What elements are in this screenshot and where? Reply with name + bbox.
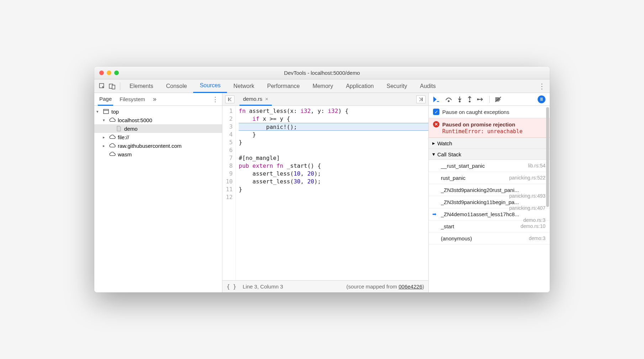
tab-memory[interactable]: Memory bbox=[306, 79, 339, 93]
code-line[interactable]: } bbox=[239, 131, 428, 139]
disclosure-icon: ▾ bbox=[103, 118, 107, 123]
checkbox-checked-icon: ✓ bbox=[433, 109, 439, 115]
panel-body: Page Filesystem » ⋮ ▾top▾localhost:5000d… bbox=[94, 93, 550, 292]
maximize-window-button[interactable] bbox=[114, 71, 119, 75]
pause-reason-message: RuntimeError: unreachable bbox=[442, 128, 545, 135]
debugger-toolbar: II bbox=[429, 93, 550, 106]
navigator-tab-page[interactable]: Page bbox=[98, 93, 113, 106]
tree-item-label: wasm bbox=[118, 151, 132, 157]
deactivate-breakpoints-icon[interactable] bbox=[495, 96, 502, 103]
code-line[interactable]: } bbox=[239, 186, 428, 193]
navigator-tab-filesystem[interactable]: Filesystem bbox=[118, 93, 147, 106]
source-map-info: (source mapped from 006e4226) bbox=[347, 283, 424, 290]
disclosure-icon: ▸ bbox=[103, 144, 107, 148]
source-map-link[interactable]: 006e4226 bbox=[398, 283, 422, 290]
navigator-menu-icon[interactable]: ⋮ bbox=[212, 95, 218, 103]
code-line[interactable]: fn assert_less(x: i32, y: i32) { bbox=[239, 107, 428, 115]
line-gutter: 123456789101112 bbox=[222, 106, 236, 280]
code-line[interactable] bbox=[239, 193, 428, 201]
nav-forward-button[interactable] bbox=[416, 95, 426, 103]
inspect-element-icon[interactable] bbox=[97, 81, 107, 91]
tree-item[interactable]: wasm bbox=[94, 150, 222, 158]
file-tree[interactable]: ▾top▾localhost:5000demo▸file://▸raw.gith… bbox=[94, 106, 222, 292]
separator bbox=[120, 82, 120, 90]
tree-item-label: demo bbox=[124, 126, 138, 132]
window-controls bbox=[94, 71, 119, 75]
tab-audits[interactable]: Audits bbox=[413, 79, 442, 93]
stack-frame[interactable]: lib.rs:54__rust_start_panic bbox=[429, 160, 550, 172]
disclosure-icon: ▾ bbox=[96, 109, 101, 114]
close-tab-icon[interactable]: × bbox=[265, 96, 268, 102]
tab-sources[interactable]: Sources bbox=[193, 79, 227, 93]
stack-frame[interactable]: _ZN4demo11assert_less17hc8...demo.rs:3 bbox=[429, 208, 550, 220]
stack-frame[interactable]: _ZN3std9panicking11begin_pa...panicking.… bbox=[429, 196, 550, 208]
cloud-icon bbox=[109, 151, 116, 157]
tab-console[interactable]: Console bbox=[160, 79, 194, 93]
step-over-icon[interactable] bbox=[445, 97, 452, 102]
callstack-section-header[interactable]: ▾ Call Stack bbox=[429, 149, 550, 160]
nav-back-button[interactable] bbox=[225, 95, 234, 103]
tab-elements[interactable]: Elements bbox=[123, 79, 160, 93]
file-tab[interactable]: demo.rs × bbox=[239, 93, 272, 106]
stack-frame[interactable]: panicking.rs:522rust_panic bbox=[429, 172, 550, 184]
navigator-more-icon[interactable]: » bbox=[153, 95, 157, 103]
svg-rect-3 bbox=[104, 109, 109, 114]
separator bbox=[489, 96, 490, 103]
tree-item-label: raw.githubusercontent.com bbox=[118, 143, 181, 149]
stack-frame[interactable]: demo:3(anonymous) bbox=[429, 233, 550, 245]
panel-tabs: ElementsConsoleSourcesNetworkPerformance… bbox=[123, 79, 537, 93]
format-icon[interactable]: { } bbox=[227, 283, 236, 290]
step-into-icon[interactable] bbox=[457, 96, 462, 103]
tree-item[interactable]: ▾top bbox=[94, 107, 222, 116]
stack-frame[interactable]: demo.rs:10_start bbox=[429, 220, 550, 233]
error-icon: ✕ bbox=[433, 121, 439, 128]
scrollbar-thumb[interactable] bbox=[546, 107, 549, 207]
pause-on-caught-checkbox[interactable]: ✓ Pause on caught exceptions bbox=[433, 109, 545, 115]
tree-item[interactable]: demo bbox=[94, 124, 222, 133]
titlebar: DevTools - localhost:5000/demo bbox=[94, 67, 550, 79]
minimize-window-button[interactable] bbox=[107, 71, 111, 75]
tab-application[interactable]: Application bbox=[339, 79, 380, 93]
tab-network[interactable]: Network bbox=[227, 79, 261, 93]
svg-point-8 bbox=[459, 100, 461, 102]
code-line[interactable] bbox=[239, 146, 428, 154]
cloud-icon bbox=[109, 134, 116, 140]
code-line[interactable]: assert_less(30, 20); bbox=[239, 178, 428, 186]
pause-indicator-icon[interactable]: II bbox=[538, 95, 545, 103]
debugger-panel: II ✓ Pause on caught exceptions ✕ Paused… bbox=[429, 93, 550, 292]
window-title: DevTools - localhost:5000/demo bbox=[94, 70, 550, 76]
tree-item[interactable]: ▸file:// bbox=[94, 133, 222, 141]
editor-panel: demo.rs × 123456789101112 fn assert_less… bbox=[222, 93, 429, 292]
navigator-panel: Page Filesystem » ⋮ ▾top▾localhost:5000d… bbox=[94, 93, 222, 292]
cloud-icon bbox=[109, 117, 116, 123]
step-out-icon[interactable] bbox=[467, 96, 472, 103]
svg-rect-5 bbox=[228, 98, 229, 101]
tree-item-label: file:// bbox=[118, 134, 129, 140]
code-line[interactable]: } bbox=[239, 139, 428, 146]
code-editor[interactable]: 123456789101112 fn assert_less(x: i32, y… bbox=[222, 106, 428, 280]
code-line[interactable]: #[no_mangle] bbox=[239, 154, 428, 162]
file-tab-label: demo.rs bbox=[243, 96, 262, 102]
code-line[interactable]: panic!(); bbox=[239, 123, 428, 131]
code-area[interactable]: fn assert_less(x: i32, y: i32) { if x >=… bbox=[236, 106, 428, 280]
navigator-tabs: Page Filesystem » ⋮ bbox=[94, 93, 222, 106]
code-line[interactable]: assert_less(10, 20); bbox=[239, 170, 428, 178]
pause-reason-pane: ✕ Paused on promise rejection RuntimeErr… bbox=[429, 118, 550, 138]
resume-button[interactable] bbox=[433, 96, 440, 103]
tab-security[interactable]: Security bbox=[380, 79, 413, 93]
step-icon[interactable] bbox=[477, 97, 484, 102]
more-menu-icon[interactable]: ⋮ bbox=[537, 82, 547, 90]
device-toggle-icon[interactable] bbox=[107, 81, 117, 91]
code-line[interactable]: if x >= y { bbox=[239, 115, 428, 123]
tree-item[interactable]: ▸raw.githubusercontent.com bbox=[94, 141, 222, 150]
tab-performance[interactable]: Performance bbox=[261, 79, 306, 93]
editor-statusbar: { } Line 3, Column 3 (source mapped from… bbox=[222, 280, 428, 292]
tree-item[interactable]: ▾localhost:5000 bbox=[94, 116, 222, 124]
window-icon bbox=[103, 108, 109, 115]
watch-section-header[interactable]: ▸ Watch bbox=[429, 138, 550, 149]
stack-frame[interactable]: _ZN3std9panicking20rust_pani...panicking… bbox=[429, 184, 550, 196]
devtools-window: DevTools - localhost:5000/demo ElementsC… bbox=[94, 67, 550, 292]
code-line[interactable]: pub extern fn _start() { bbox=[239, 162, 428, 170]
tree-item-label: top bbox=[111, 109, 119, 115]
close-window-button[interactable] bbox=[99, 71, 104, 75]
